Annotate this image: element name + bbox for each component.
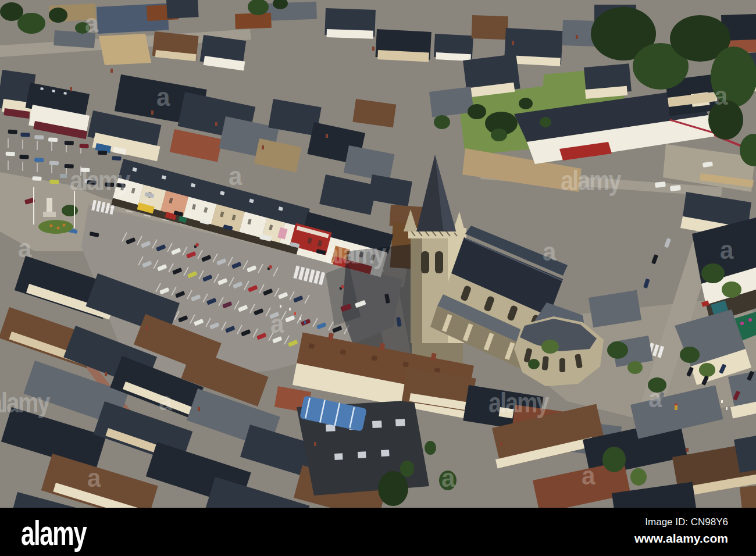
alamy-url: www.alamy.com: [634, 530, 728, 547]
credit-bar: alamy Image ID: CN98Y6 www.alamy.com: [0, 508, 756, 556]
aerial-photograph: [0, 0, 756, 508]
image-id: Image ID: CN98Y6: [634, 516, 728, 529]
alamy-logo: alamy: [21, 516, 86, 551]
image-meta: Image ID: CN98Y6 www.alamy.com: [634, 516, 728, 547]
war-memorial: [47, 198, 52, 213]
bus-shelter: [60, 174, 67, 178]
stock-photo-page: alamy alamy alamy alamy alamy a a a a a …: [0, 0, 756, 556]
